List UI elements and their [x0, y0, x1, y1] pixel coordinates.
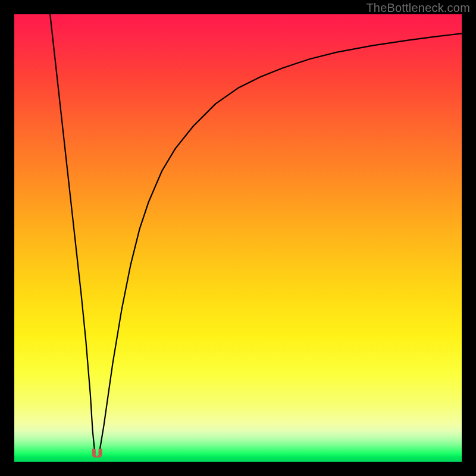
bottleneck-curve-svg — [14, 14, 462, 462]
curve-left-branch — [50, 14, 95, 453]
curve-right-branch — [99, 33, 462, 453]
chart-frame: TheBottleneck.com — [0, 0, 476, 476]
watermark-text: TheBottleneck.com — [366, 1, 470, 15]
plot-area — [14, 14, 462, 462]
cusp-marker-icon — [92, 449, 102, 457]
